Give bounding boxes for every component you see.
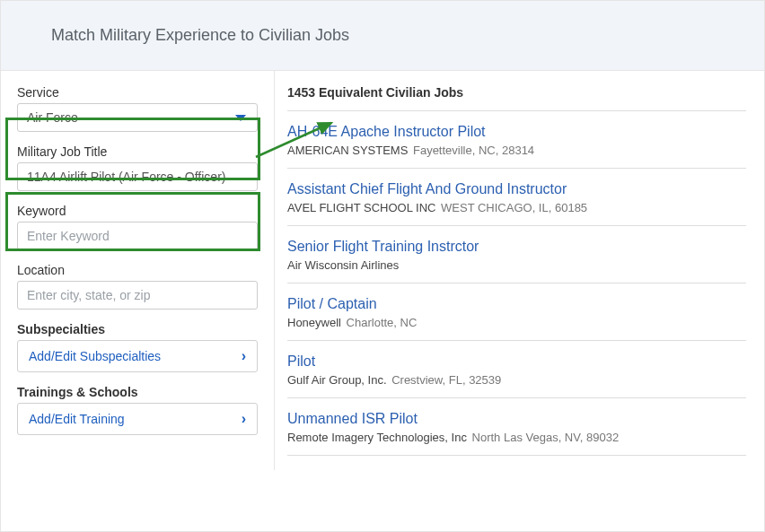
header-banner: Match Military Experience to Civilian Jo… xyxy=(1,1,764,71)
job-title-link[interactable]: Unmanned ISR Pilot xyxy=(287,411,746,427)
job-company: Honeywell xyxy=(287,316,341,329)
location-label: Location xyxy=(17,263,258,277)
job-item: Senior Flight Training InstrctorAir Wisc… xyxy=(287,226,746,283)
location-field-group: Location xyxy=(17,263,258,310)
add-edit-subspecialties-button[interactable]: Add/Edit Subspecialties › xyxy=(17,340,258,372)
job-title-link[interactable]: Senior Flight Training Instrctor xyxy=(287,239,746,255)
job-location: WEST CHICAGO, IL, 60185 xyxy=(437,201,587,214)
job-company: AMERICAN SYSTEMS xyxy=(287,144,408,157)
subspecialties-field-group: Subspecialties Add/Edit Subspecialties › xyxy=(17,322,258,372)
job-meta: Gulf Air Group, Inc. Crestview, FL, 3253… xyxy=(287,373,746,387)
job-meta: Remote Imagery Technologies, Inc North L… xyxy=(287,431,746,444)
job-title-input[interactable] xyxy=(17,162,258,191)
service-label: Service xyxy=(17,85,258,100)
keyword-label: Keyword xyxy=(17,204,258,218)
job-title-link[interactable]: Pilot xyxy=(287,353,746,370)
keyword-input[interactable] xyxy=(17,222,258,250)
chevron-right-icon: › xyxy=(242,411,246,427)
results-panel: 1453 Equivalent Civilian Jobs AH-64E Apa… xyxy=(275,71,764,470)
job-title-field-group: Military Job Title xyxy=(17,144,258,191)
job-company: AVEL FLIGHT SCHOOL INC xyxy=(287,201,435,214)
job-item: Assistant Chief Flight And Ground Instru… xyxy=(287,169,746,226)
service-select[interactable]: Air Force xyxy=(17,103,258,132)
job-location: Crestview, FL, 32539 xyxy=(389,373,502,387)
job-meta: AMERICAN SYSTEMS Fayetteville, NC, 28314 xyxy=(287,144,746,157)
job-list: AH-64E Apache Instructor PilotAMERICAN S… xyxy=(287,111,746,456)
job-item: PilotGulf Air Group, Inc. Crestview, FL,… xyxy=(287,341,746,398)
trainings-field-group: Trainings & Schools Add/Edit Training › xyxy=(17,385,258,435)
page-title: Match Military Experience to Civilian Jo… xyxy=(51,26,764,45)
job-title-link[interactable]: Assistant Chief Flight And Ground Instru… xyxy=(287,181,746,197)
add-edit-training-button[interactable]: Add/Edit Training › xyxy=(17,403,258,435)
service-field-group: Service Air Force xyxy=(17,85,258,132)
chevron-right-icon: › xyxy=(242,348,246,364)
filter-sidebar: Service Air Force Military Job Title Key… xyxy=(1,71,275,470)
job-title-label: Military Job Title xyxy=(17,144,258,159)
job-meta: AVEL FLIGHT SCHOOL INC WEST CHICAGO, IL,… xyxy=(287,201,746,214)
job-meta: Air Wisconsin Airlines xyxy=(287,258,746,272)
location-input[interactable] xyxy=(17,281,258,310)
job-item: Pilot / CaptainHoneywell Charlotte, NC xyxy=(287,283,746,341)
service-value: Air Force xyxy=(27,110,78,125)
job-title-link[interactable]: AH-64E Apache Instructor Pilot xyxy=(287,124,746,140)
job-item: AH-64E Apache Instructor PilotAMERICAN S… xyxy=(287,111,746,169)
job-company: Gulf Air Group, Inc. xyxy=(287,373,387,387)
job-meta: Honeywell Charlotte, NC xyxy=(287,316,746,329)
job-location: North Las Vegas, NV, 89032 xyxy=(469,431,619,444)
job-location: Fayetteville, NC, 28314 xyxy=(409,144,534,157)
subspecialties-button-text: Add/Edit Subspecialties xyxy=(29,349,161,363)
trainings-button-text: Add/Edit Training xyxy=(29,412,125,426)
job-location: Charlotte, NC xyxy=(343,316,417,329)
dropdown-caret-icon xyxy=(235,115,246,121)
results-count: 1453 Equivalent Civilian Jobs xyxy=(287,85,746,111)
trainings-label: Trainings & Schools xyxy=(17,385,258,399)
job-title-link[interactable]: Pilot / Captain xyxy=(287,296,746,312)
keyword-field-group: Keyword xyxy=(17,204,258,250)
job-company: Remote Imagery Technologies, Inc xyxy=(287,431,467,444)
subspecialties-label: Subspecialties xyxy=(17,322,258,336)
job-item: Unmanned ISR PilotRemote Imagery Technol… xyxy=(287,398,746,456)
job-company: Air Wisconsin Airlines xyxy=(287,258,399,272)
